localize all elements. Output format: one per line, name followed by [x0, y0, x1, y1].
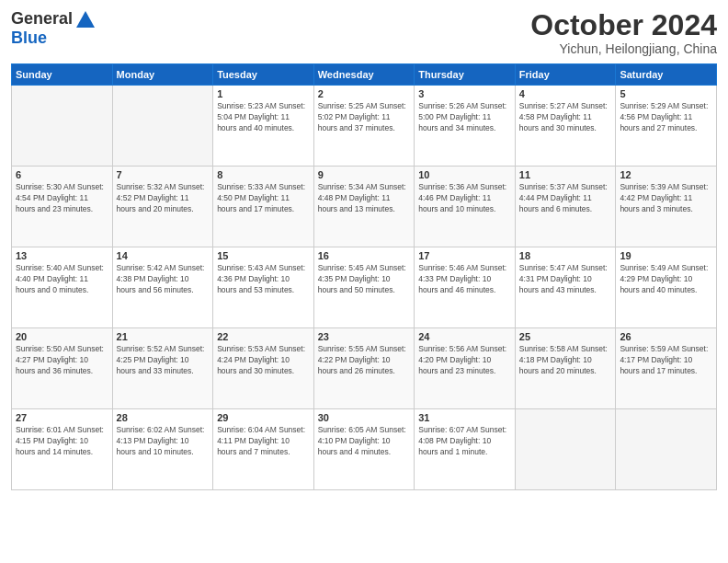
logo: General [11, 9, 95, 29]
calendar-cell: 24Sunrise: 5:56 AM Sunset: 4:20 PM Dayli… [415, 328, 516, 409]
calendar-cell [616, 409, 717, 490]
calendar-day-header: Monday [112, 64, 213, 86]
calendar-cell: 18Sunrise: 5:47 AM Sunset: 4:31 PM Dayli… [515, 247, 616, 328]
calendar-table: SundayMondayTuesdayWednesdayThursdayFrid… [11, 63, 717, 490]
day-info: Sunrise: 6:02 AM Sunset: 4:13 PM Dayligh… [117, 425, 210, 458]
day-info: Sunrise: 5:26 AM Sunset: 5:00 PM Dayligh… [418, 101, 511, 134]
day-number: 25 [519, 331, 612, 342]
day-number: 27 [16, 412, 108, 423]
day-number: 1 [217, 88, 310, 99]
day-info: Sunrise: 5:27 AM Sunset: 4:58 PM Dayligh… [519, 101, 612, 134]
logo-triangle-icon [76, 11, 95, 28]
logo-area: General Blue [11, 9, 95, 48]
day-number: 16 [318, 250, 411, 261]
calendar-cell: 8Sunrise: 5:33 AM Sunset: 4:50 PM Daylig… [213, 167, 314, 247]
day-info: Sunrise: 5:34 AM Sunset: 4:48 PM Dayligh… [318, 182, 411, 215]
day-number: 22 [217, 331, 310, 342]
calendar-header-row: SundayMondayTuesdayWednesdayThursdayFrid… [12, 64, 717, 86]
day-info: Sunrise: 5:40 AM Sunset: 4:40 PM Dayligh… [16, 263, 108, 296]
calendar-week-row: 1Sunrise: 5:23 AM Sunset: 5:04 PM Daylig… [12, 86, 717, 167]
calendar-cell: 27Sunrise: 6:01 AM Sunset: 4:15 PM Dayli… [12, 409, 113, 490]
calendar-cell: 6Sunrise: 5:30 AM Sunset: 4:54 PM Daylig… [12, 167, 113, 247]
calendar-week-row: 13Sunrise: 5:40 AM Sunset: 4:40 PM Dayli… [12, 247, 717, 328]
calendar-week-row: 6Sunrise: 5:30 AM Sunset: 4:54 PM Daylig… [12, 167, 717, 247]
calendar-cell [515, 409, 616, 490]
calendar-cell: 21Sunrise: 5:52 AM Sunset: 4:25 PM Dayli… [112, 328, 213, 409]
day-info: Sunrise: 6:01 AM Sunset: 4:15 PM Dayligh… [16, 425, 108, 458]
day-number: 15 [217, 250, 310, 261]
calendar-cell: 1Sunrise: 5:23 AM Sunset: 5:04 PM Daylig… [213, 86, 314, 167]
day-info: Sunrise: 5:43 AM Sunset: 4:36 PM Dayligh… [217, 263, 310, 296]
calendar-day-header: Saturday [616, 64, 717, 86]
day-info: Sunrise: 5:39 AM Sunset: 4:42 PM Dayligh… [620, 182, 712, 215]
day-info: Sunrise: 5:45 AM Sunset: 4:35 PM Dayligh… [318, 263, 411, 296]
day-number: 18 [519, 250, 612, 261]
day-number: 14 [117, 250, 210, 261]
calendar-cell: 25Sunrise: 5:58 AM Sunset: 4:18 PM Dayli… [515, 328, 616, 409]
calendar-cell: 22Sunrise: 5:53 AM Sunset: 4:24 PM Dayli… [213, 328, 314, 409]
page: General Blue October 2024 Yichun, Heilon… [0, 0, 728, 563]
logo-general: General [11, 9, 73, 29]
day-number: 19 [620, 250, 712, 261]
header: General Blue October 2024 Yichun, Heilon… [11, 9, 717, 56]
day-number: 31 [418, 412, 511, 423]
day-number: 6 [16, 169, 108, 180]
calendar-day-header: Thursday [415, 64, 516, 86]
logo-blue: Blue [11, 29, 47, 48]
day-info: Sunrise: 5:53 AM Sunset: 4:24 PM Dayligh… [217, 344, 310, 377]
day-info: Sunrise: 5:56 AM Sunset: 4:20 PM Dayligh… [418, 344, 511, 377]
day-number: 9 [318, 169, 411, 180]
calendar-week-row: 20Sunrise: 5:50 AM Sunset: 4:27 PM Dayli… [12, 328, 717, 409]
day-info: Sunrise: 5:37 AM Sunset: 4:44 PM Dayligh… [519, 182, 612, 215]
day-number: 23 [318, 331, 411, 342]
day-number: 10 [418, 169, 511, 180]
day-info: Sunrise: 5:59 AM Sunset: 4:17 PM Dayligh… [620, 344, 712, 377]
day-number: 20 [16, 331, 108, 342]
calendar-cell: 10Sunrise: 5:36 AM Sunset: 4:46 PM Dayli… [415, 167, 516, 247]
day-number: 12 [620, 169, 712, 180]
day-info: Sunrise: 5:50 AM Sunset: 4:27 PM Dayligh… [16, 344, 108, 377]
day-number: 7 [117, 169, 210, 180]
day-number: 4 [519, 88, 612, 99]
day-number: 13 [16, 250, 108, 261]
day-info: Sunrise: 5:30 AM Sunset: 4:54 PM Dayligh… [16, 182, 108, 215]
calendar-cell: 17Sunrise: 5:46 AM Sunset: 4:33 PM Dayli… [415, 247, 516, 328]
calendar-cell: 14Sunrise: 5:42 AM Sunset: 4:38 PM Dayli… [112, 247, 213, 328]
day-info: Sunrise: 5:42 AM Sunset: 4:38 PM Dayligh… [117, 263, 210, 296]
day-number: 8 [217, 169, 310, 180]
day-info: Sunrise: 5:29 AM Sunset: 4:56 PM Dayligh… [620, 101, 712, 134]
day-number: 17 [418, 250, 511, 261]
day-info: Sunrise: 5:36 AM Sunset: 4:46 PM Dayligh… [418, 182, 511, 215]
day-info: Sunrise: 5:55 AM Sunset: 4:22 PM Dayligh… [318, 344, 411, 377]
calendar-cell: 15Sunrise: 5:43 AM Sunset: 4:36 PM Dayli… [213, 247, 314, 328]
calendar-cell [12, 86, 113, 167]
day-info: Sunrise: 5:32 AM Sunset: 4:52 PM Dayligh… [117, 182, 210, 215]
day-number: 3 [418, 88, 511, 99]
day-info: Sunrise: 6:07 AM Sunset: 4:08 PM Dayligh… [418, 425, 511, 458]
day-info: Sunrise: 5:25 AM Sunset: 5:02 PM Dayligh… [318, 101, 411, 134]
calendar-cell: 20Sunrise: 5:50 AM Sunset: 4:27 PM Dayli… [12, 328, 113, 409]
calendar-cell: 29Sunrise: 6:04 AM Sunset: 4:11 PM Dayli… [213, 409, 314, 490]
day-number: 5 [620, 88, 712, 99]
day-number: 24 [418, 331, 511, 342]
day-number: 21 [117, 331, 210, 342]
calendar-cell: 12Sunrise: 5:39 AM Sunset: 4:42 PM Dayli… [616, 167, 717, 247]
day-info: Sunrise: 5:58 AM Sunset: 4:18 PM Dayligh… [519, 344, 612, 377]
day-number: 29 [217, 412, 310, 423]
calendar-cell: 5Sunrise: 5:29 AM Sunset: 4:56 PM Daylig… [616, 86, 717, 167]
calendar-cell: 30Sunrise: 6:05 AM Sunset: 4:10 PM Dayli… [313, 409, 415, 490]
month-title: October 2024 [530, 9, 717, 41]
subtitle: Yichun, Heilongjiang, China [530, 41, 717, 56]
calendar-cell: 11Sunrise: 5:37 AM Sunset: 4:44 PM Dayli… [515, 167, 616, 247]
calendar-cell: 7Sunrise: 5:32 AM Sunset: 4:52 PM Daylig… [112, 167, 213, 247]
calendar-cell: 23Sunrise: 5:55 AM Sunset: 4:22 PM Dayli… [313, 328, 415, 409]
day-info: Sunrise: 5:49 AM Sunset: 4:29 PM Dayligh… [620, 263, 712, 296]
calendar-cell: 2Sunrise: 5:25 AM Sunset: 5:02 PM Daylig… [313, 86, 415, 167]
day-info: Sunrise: 6:04 AM Sunset: 4:11 PM Dayligh… [217, 425, 310, 458]
day-number: 28 [117, 412, 210, 423]
day-number: 2 [318, 88, 411, 99]
calendar-week-row: 27Sunrise: 6:01 AM Sunset: 4:15 PM Dayli… [12, 409, 717, 490]
day-number: 26 [620, 331, 712, 342]
day-info: Sunrise: 5:23 AM Sunset: 5:04 PM Dayligh… [217, 101, 310, 134]
calendar-cell: 19Sunrise: 5:49 AM Sunset: 4:29 PM Dayli… [616, 247, 717, 328]
